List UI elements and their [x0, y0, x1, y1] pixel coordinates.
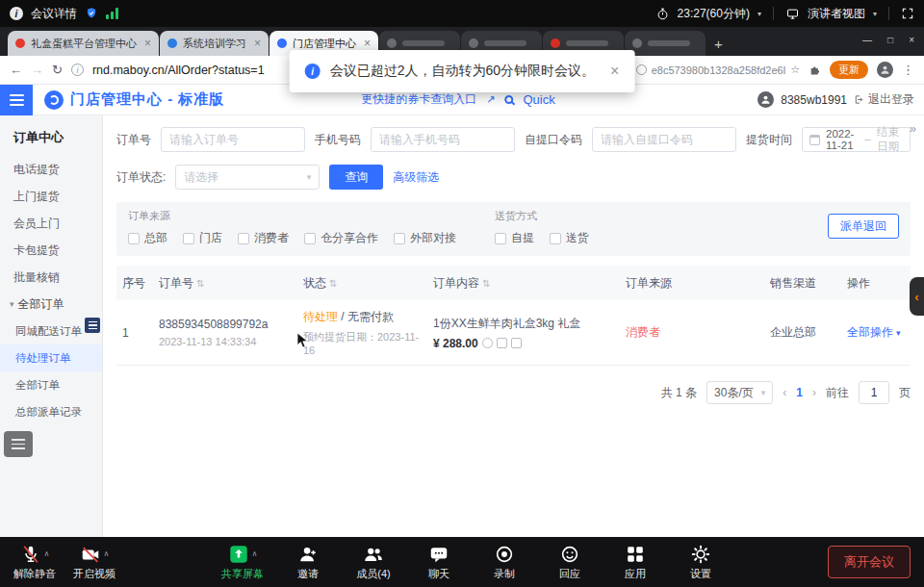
order-number[interactable]: 8385934508899792a [159, 318, 297, 331]
chevron-left-icon: ‹ [914, 290, 918, 304]
meeting-detail-label[interactable]: 会议详情 [31, 6, 77, 22]
page-size-select[interactable]: 30条/页 ▾ [706, 381, 773, 404]
coupon-query-link[interactable]: 更快捷的券卡查询入口 [361, 91, 476, 108]
browser-profile-avatar[interactable] [877, 62, 893, 78]
checkbox-consumer[interactable]: 消费者 [238, 230, 289, 246]
members-button[interactable]: 成员(4) [352, 544, 395, 581]
record-button[interactable]: 录制 [483, 544, 526, 581]
date-end-placeholder[interactable]: 结束日期 [877, 125, 903, 154]
username[interactable]: 8385wb1991 [781, 93, 847, 107]
browser-tab[interactable]: 礼盒蛋糕平台管理中心 × [8, 31, 159, 56]
floating-list-widget[interactable] [4, 431, 33, 457]
checkbox-external[interactable]: 外部对接 [394, 230, 456, 246]
sidebar-item-batch-verify[interactable]: 批量核销 [0, 264, 102, 291]
checkbox-delivery[interactable]: 送货 [550, 230, 589, 246]
checkbox-warehouse-coop[interactable]: 仓分享合作 [304, 230, 378, 246]
sidebar-item-phone-pickup[interactable]: 电话提货 [0, 156, 102, 183]
back-icon[interactable]: ← [10, 63, 22, 77]
url-text[interactable]: rnd.maboy.cn/AllOrder?status=1 [92, 64, 265, 77]
apps-button[interactable]: 应用 [614, 544, 656, 581]
chat-button[interactable]: 聊天 [418, 544, 460, 581]
tab-close-icon[interactable]: × [254, 37, 261, 50]
gift-icon[interactable] [497, 338, 507, 348]
start-video-button[interactable]: ∧ 开启视频 [73, 544, 116, 581]
timer-caret-icon[interactable]: ▾ [757, 10, 761, 18]
panel-collapse-icon[interactable]: » [910, 121, 916, 136]
leave-meeting-button[interactable]: 离开会议 [828, 546, 911, 578]
checkbox-icon [394, 233, 405, 244]
forward-icon[interactable]: → [31, 63, 43, 77]
date-start-value[interactable]: 2022-11-21 [826, 128, 859, 151]
video-options-caret-icon[interactable]: ∧ [104, 549, 110, 558]
dispatch-return-button[interactable]: 派单退回 [828, 214, 899, 239]
tab-close-icon[interactable]: × [364, 37, 371, 50]
fullscreen-icon[interactable] [901, 7, 914, 20]
toast-close-icon[interactable]: × [610, 63, 619, 80]
settings-button[interactable]: 设置 [680, 544, 722, 581]
minimize-icon[interactable]: — [862, 35, 872, 45]
refresh-icon[interactable]: ↻ [52, 63, 63, 77]
table-row[interactable]: 1 8385934508899792a 2023-11-13 14:33:34 … [116, 300, 911, 366]
sidebar-item-hq-dispatch-log[interactable]: 总部派单记录 [0, 398, 102, 425]
meeting-info-icon[interactable]: i [10, 7, 23, 20]
user-avatar[interactable] [757, 91, 774, 108]
sidebar-item-pending-orders[interactable]: 待处理订单 [0, 345, 102, 371]
prev-page-icon[interactable]: ‹ [783, 386, 786, 399]
goto-page-input[interactable] [859, 381, 889, 404]
chrome-update-button[interactable]: 更新 [830, 61, 868, 79]
share-options-caret-icon[interactable]: ∧ [252, 549, 258, 558]
view-caret-icon[interactable]: ▾ [873, 10, 877, 18]
quick-search-link[interactable]: Quick [523, 92, 554, 107]
view-mode-label[interactable]: 演讲者视图 [808, 6, 865, 22]
microphone-muted-icon [20, 544, 41, 565]
search-button[interactable]: 查询 [329, 165, 383, 190]
share-screen-button[interactable]: ∧ 共享屏幕 [221, 544, 264, 581]
checkbox-hq[interactable]: 总部 [128, 230, 167, 246]
sidebar-item-all-orders[interactable]: 全部订单 [0, 371, 102, 398]
sort-icon[interactable]: ⇅ [196, 278, 204, 289]
browser-tab-inactive[interactable] [625, 31, 706, 56]
logout-button[interactable]: 退出登录 [854, 91, 914, 108]
phone-input[interactable] [371, 127, 515, 152]
hamburger-menu-icon[interactable] [0, 85, 33, 115]
pickup-code-input[interactable] [592, 127, 736, 152]
checkbox-icon [495, 233, 506, 244]
date-range-picker[interactable]: 2022-11-21 – 结束日期 [802, 127, 911, 152]
browser-menu-icon[interactable]: ⋮ [902, 63, 914, 77]
pickup-code-label: 自提口令码 [525, 132, 582, 148]
all-actions-dropdown[interactable]: 全部操作 ▾ [847, 324, 909, 341]
invite-button[interactable]: 邀请 [287, 544, 329, 581]
meeting-timer[interactable]: 23:27(60分钟) [678, 6, 750, 22]
gear-icon [690, 544, 711, 565]
sidebar-pin-icon[interactable] [85, 318, 100, 333]
meeting-panel-handle[interactable]: ‹ [910, 277, 924, 316]
close-window-icon[interactable]: × [909, 35, 914, 45]
phone-icon[interactable] [482, 338, 493, 348]
order-no-input[interactable] [161, 127, 305, 152]
sidebar-group-all-orders[interactable]: ▾ 全部订单 [0, 291, 102, 318]
advanced-filter-link[interactable]: 高级筛选 [393, 169, 439, 186]
checkbox-self-pickup[interactable]: 自提 [495, 230, 534, 246]
tab-close-icon[interactable]: × [144, 37, 151, 50]
sidebar-item-member-visit[interactable]: 会员上门 [0, 210, 102, 237]
reactions-button[interactable]: 回应 [549, 544, 591, 581]
order-status-select[interactable]: 请选择 ▾ [175, 165, 320, 190]
current-page[interactable]: 1 [796, 386, 803, 399]
sidebar-item-door-pickup[interactable]: 上门提货 [0, 183, 102, 210]
site-info-icon[interactable]: i [71, 64, 84, 76]
maximize-icon[interactable]: □ [887, 35, 893, 45]
page-unit-label: 页 [899, 385, 911, 401]
bookmark-star-icon[interactable]: ☆ [790, 64, 800, 76]
favicon [277, 38, 287, 48]
browser-tab[interactable]: 系统培训学习 × [160, 31, 269, 56]
next-page-icon[interactable]: › [812, 386, 816, 399]
new-tab-button[interactable]: + [714, 36, 723, 52]
unmute-button[interactable]: ∧ 解除静音 [13, 544, 56, 581]
checkbox-store[interactable]: 门店 [183, 230, 222, 246]
extensions-puzzle-icon[interactable] [808, 64, 821, 76]
sidebar-item-card-pickup[interactable]: 卡包提货 [0, 237, 102, 264]
sort-icon[interactable]: ⇅ [482, 278, 490, 289]
mic-options-caret-icon[interactable]: ∧ [44, 549, 50, 558]
sort-icon[interactable]: ⇅ [329, 278, 337, 289]
note-icon[interactable] [511, 338, 522, 348]
